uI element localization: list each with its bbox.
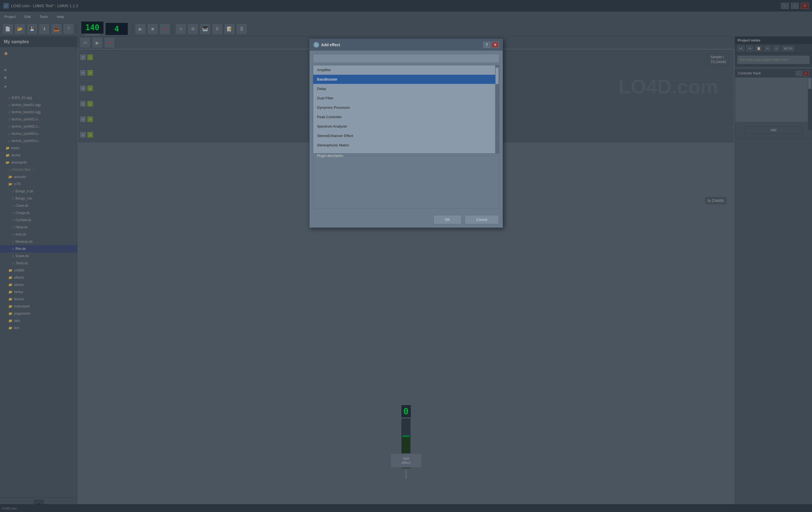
dialog-cancel-btn[interactable]: Cancel (465, 215, 498, 224)
effect-item-waveshaper[interactable]: Waveshaper Effect (313, 150, 499, 154)
scrollbar-track (495, 65, 499, 153)
effect-item-dynamics-processor[interactable]: Dynamics Processor (313, 103, 499, 112)
effect-item-spectrum-analyzer[interactable]: Spectrum Analyzer (313, 122, 499, 131)
dialog-titlebar-controls: ? ✕ (483, 42, 499, 48)
effects-list-container: Amplifier BassBooster Delay Dual Filter … (313, 65, 499, 154)
effects-list-scrollbar[interactable] (495, 65, 499, 153)
effect-item-dual-filter[interactable]: Dual Filter (313, 93, 499, 103)
dialog-help-btn[interactable]: ? (483, 42, 490, 48)
main-window: ♪ LO4D.com - LMMS Test* - LMMS 1.1.3 ─ □… (0, 0, 812, 512)
effect-item-stereophonic-matrix[interactable]: Stereophonic Matrix (313, 141, 499, 150)
effect-item-stereo-enhancer[interactable]: StereoEnhancer Effect (313, 131, 499, 141)
dialog-close-btn[interactable]: ✕ (492, 42, 499, 48)
effect-item-peak-controller[interactable]: Peak Controller (313, 112, 499, 122)
dialog-ok-btn[interactable]: OK (434, 215, 461, 224)
dialog-footer: OK Cancel (310, 212, 503, 227)
effect-item-bassbooster[interactable]: BassBooster (313, 75, 499, 84)
effects-list: Amplifier BassBooster Delay Dual Filter … (313, 65, 499, 154)
dialog-titlebar: 🔧 Add effect ? ✕ (310, 39, 503, 51)
dialog-titlebar-left: 🔧 Add effect (314, 42, 340, 48)
plugin-desc-legend: Plugin description (316, 154, 345, 158)
plugin-desc-group: Plugin description (313, 156, 499, 208)
dialog-icon: 🔧 (314, 42, 319, 48)
effect-item-delay[interactable]: Delay (313, 84, 499, 93)
dialog-overlay: 🔧 Add effect ? ✕ Amplifier BassBooster (0, 0, 812, 512)
dialog-title: Add effect (321, 43, 340, 47)
add-effect-dialog: 🔧 Add effect ? ✕ Amplifier BassBooster (309, 39, 503, 228)
dialog-filter[interactable] (313, 54, 499, 63)
scrollbar-thumb (495, 68, 499, 84)
dialog-body: Amplifier BassBooster Delay Dual Filter … (310, 51, 503, 212)
effect-item-amplifier[interactable]: Amplifier (313, 65, 499, 75)
